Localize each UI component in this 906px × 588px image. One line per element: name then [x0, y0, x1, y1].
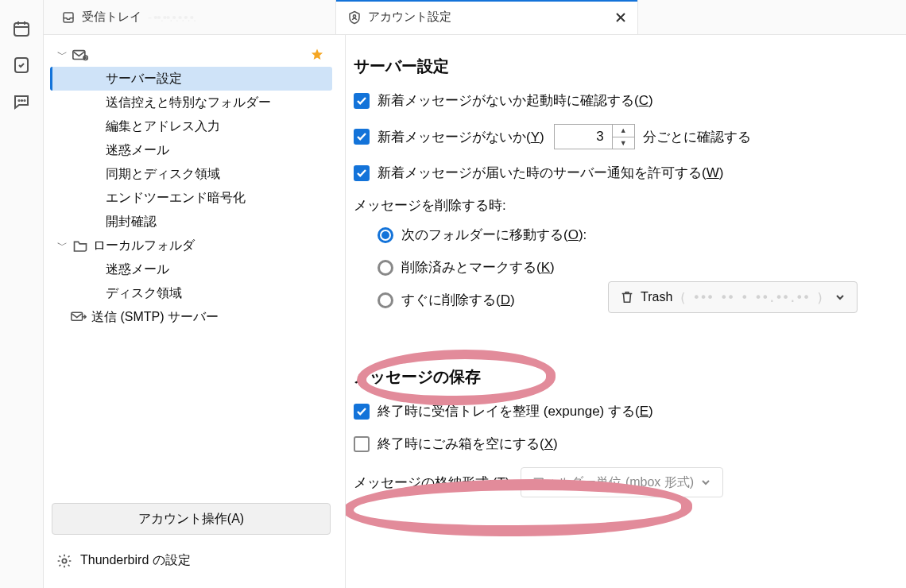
delete-when-label: メッセージを削除する時: — [354, 196, 882, 215]
radio-move-folder[interactable] — [378, 227, 393, 243]
accounts-sidebar: ﹀ サーバー設定 送信控えと特別なフォルダー 編集とアドレス入力 迷惑メール 同… — [44, 35, 346, 588]
tab-bar: 受信トレイ - ••.••.•.•.•.•. アカウント設定 — [44, 0, 906, 35]
trash-icon — [620, 290, 634, 304]
check-interval-input[interactable]: 3 — [554, 124, 613, 149]
store-format-select[interactable]: フォルダー単位 (mbox 形式) — [521, 467, 723, 497]
stepper-down-icon[interactable]: ▼ — [613, 137, 634, 149]
check-every-suffix: 分ごとに確認する — [643, 128, 751, 146]
server-settings-heading: サーバー設定 — [354, 56, 882, 77]
svg-point-3 — [21, 100, 22, 101]
store-format-label: メッセージの格納形式:(T) — [354, 474, 509, 492]
trash-folder-name: Trash — [641, 290, 672, 304]
star-icon[interactable] — [310, 48, 324, 62]
check-every-checkbox[interactable] — [354, 129, 370, 145]
empty-trash-label: 終了時にごみ箱を空にする(X) — [378, 435, 558, 453]
chevron-down-icon: ﹀ — [56, 238, 68, 253]
check-startup-label: 新着メッセージがないか起動時に確認する(C) — [378, 91, 653, 110]
mail-account-icon — [72, 48, 88, 62]
tab-inbox-label: 受信トレイ — [82, 10, 141, 25]
sidebar-item-smtp[interactable]: 送信 (SMTP) サーバー — [50, 305, 332, 329]
chevron-down-icon — [834, 292, 846, 303]
folder-icon — [72, 238, 88, 253]
close-icon[interactable] — [615, 12, 626, 23]
chat-icon[interactable] — [12, 92, 31, 111]
tab-account-settings[interactable]: アカウント設定 — [336, 0, 638, 34]
check-interval-stepper[interactable]: ▲ ▼ — [613, 124, 635, 149]
sidebar-item-local-junk[interactable]: 迷惑メール — [50, 257, 332, 281]
thunderbird-settings-link[interactable]: Thunderbird の設定 — [50, 544, 332, 575]
redacted-text: ( ••• •• • ••.••.•• ) — [679, 290, 823, 305]
trash-folder-picker[interactable]: Trash ( ••• •• • ••.••.•• ) — [608, 281, 858, 313]
server-settings-pane: サーバー設定 新着メッセージがないか起動時に確認する(C) 新着メッセージがない… — [346, 35, 906, 588]
tasks-icon[interactable] — [12, 56, 31, 75]
radio-now-label: すぐに削除する(D) — [401, 291, 515, 309]
sidebar-item-e2e[interactable]: エンドツーエンド暗号化 — [50, 186, 332, 210]
expunge-checkbox[interactable] — [354, 404, 370, 420]
chevron-down-icon: ﹀ — [56, 48, 68, 62]
tab-inbox[interactable]: 受信トレイ - ••.••.•.•.•.•. — [50, 0, 336, 34]
inbox-icon — [61, 10, 76, 25]
sidebar-item-server[interactable]: サーバー設定 — [50, 67, 332, 91]
sidebar-item-copies[interactable]: 送信控えと特別なフォルダー — [50, 91, 332, 114]
allow-notify-label: 新着メッセージが届いた時のサーバー通知を許可する(W) — [378, 164, 723, 182]
empty-trash-checkbox[interactable] — [354, 436, 370, 452]
svg-point-2 — [18, 100, 19, 101]
sidebar-item-sync[interactable]: 同期とディスク領域 — [50, 162, 332, 186]
check-startup-checkbox[interactable] — [354, 93, 370, 109]
calendar-icon[interactable] — [12, 19, 31, 38]
sidebar-item-composition[interactable]: 編集とアドレス入力 — [50, 114, 332, 138]
check-every-label: 新着メッセージがないか(Y) — [378, 128, 544, 146]
redacted-text: - ••.••.•.•.•.•. — [148, 10, 196, 24]
sidebar-item-local-disk[interactable]: ディスク領域 — [50, 281, 332, 305]
radio-mark-deleted[interactable] — [378, 260, 393, 276]
svg-point-5 — [353, 14, 355, 17]
vertical-rail — [0, 0, 44, 588]
svg-rect-8 — [72, 313, 83, 321]
gear-icon — [56, 553, 72, 569]
svg-rect-0 — [14, 23, 29, 36]
local-folders-row[interactable]: ﹀ ローカルフォルダ — [50, 234, 332, 257]
radio-move-label: 次のフォルダーに移動する(O): — [401, 226, 587, 244]
chevron-down-icon — [700, 477, 711, 488]
outgoing-icon — [71, 310, 87, 324]
account-actions-button[interactable]: アカウント操作(A) — [52, 503, 331, 535]
account-root-row[interactable]: ﹀ — [50, 43, 332, 67]
expunge-label: 終了時に受信トレイを整理 (expunge) する(E) — [378, 402, 653, 420]
svg-point-4 — [24, 100, 25, 101]
sidebar-item-junk[interactable]: 迷惑メール — [50, 138, 332, 162]
radio-mark-label: 削除済みとマークする(K) — [401, 258, 555, 277]
sidebar-item-receipts[interactable]: 開封確認 — [50, 210, 332, 234]
tab-account-label: アカウント設定 — [368, 10, 451, 25]
allow-notify-checkbox[interactable] — [354, 165, 370, 181]
svg-point-9 — [62, 559, 66, 563]
stepper-up-icon[interactable]: ▲ — [613, 125, 634, 137]
radio-delete-now[interactable] — [378, 292, 393, 308]
storage-heading: メッセージの保存 — [354, 366, 882, 388]
account-icon — [347, 10, 362, 25]
